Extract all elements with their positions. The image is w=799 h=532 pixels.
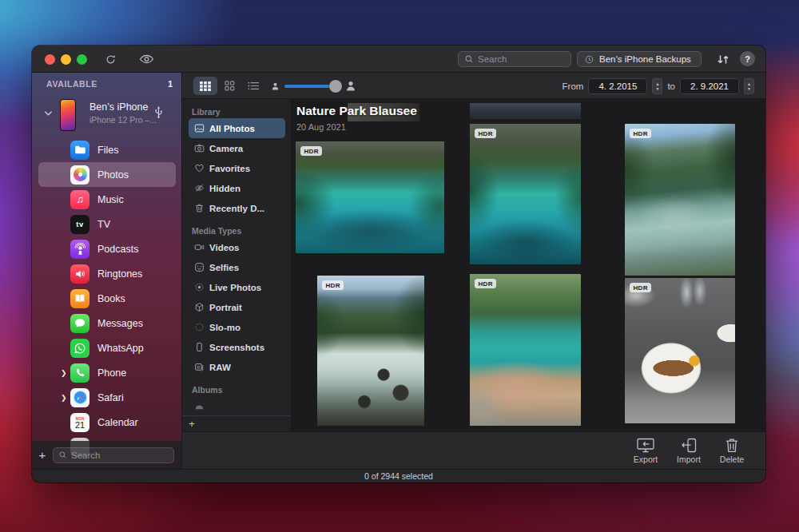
from-date-stepper[interactable]: ▲▼ bbox=[652, 78, 662, 94]
device-row[interactable]: Ben’s iPhone iPhone 12 Pro –... bbox=[32, 96, 182, 134]
selection-status: 0 of 2944 selected bbox=[364, 471, 433, 481]
device-sidebar: AVAILABLE 1 Ben’s iPhone iPhone 12 Pro –… bbox=[32, 73, 182, 469]
close-window-button[interactable] bbox=[45, 54, 55, 65]
delete-button[interactable]: Delete bbox=[716, 438, 748, 464]
sidebar-item-messages[interactable]: Messages bbox=[38, 311, 176, 335]
panel-item-recently-deleted[interactable]: Recently D... bbox=[189, 198, 285, 218]
sidebar-search-field[interactable]: Search bbox=[53, 447, 174, 463]
thumbnail-size-slider[interactable] bbox=[284, 85, 340, 88]
hdr-badge: HDR bbox=[475, 279, 496, 288]
ringtones-app-icon bbox=[70, 264, 89, 284]
content-toolbar: From 4. 2.2015 ▲▼ to 2. 9.2021 ▲▼ bbox=[182, 73, 765, 99]
sidebar-item-tv[interactable]: tv TV bbox=[38, 212, 176, 236]
sidebar-item-phone[interactable]: ❯ Phone bbox=[38, 360, 176, 385]
statusbar: 0 of 2944 selected bbox=[32, 469, 765, 482]
import-icon bbox=[681, 438, 697, 453]
photo-thumbnail-1[interactable]: HDR bbox=[296, 141, 444, 253]
zoom-window-button[interactable] bbox=[77, 54, 87, 65]
slider-thumb[interactable] bbox=[329, 80, 342, 93]
minimize-window-button[interactable] bbox=[61, 54, 71, 65]
panel-item-videos[interactable]: Videos bbox=[189, 237, 285, 257]
cube-icon bbox=[189, 302, 209, 312]
date-range-filter: From 4. 2.2015 ▲▼ to 2. 9.2021 ▲▼ bbox=[562, 73, 754, 99]
partial-photo-strip[interactable] bbox=[470, 103, 581, 119]
panel-item-hidden[interactable]: Hidden bbox=[189, 178, 285, 198]
video-icon bbox=[189, 242, 209, 252]
help-button[interactable]: ? bbox=[740, 51, 755, 66]
messages-app-icon bbox=[70, 314, 89, 333]
photos-app-icon bbox=[70, 165, 89, 185]
grid-view-button[interactable] bbox=[193, 77, 217, 95]
trash-icon bbox=[725, 438, 739, 453]
export-button[interactable]: Export bbox=[630, 438, 662, 464]
sidebar-item-safari[interactable]: ❯ Safari bbox=[38, 385, 176, 410]
thumbnail-view-button[interactable] bbox=[217, 77, 241, 95]
section-header-albums: Albums bbox=[192, 385, 291, 395]
device-name: Ben’s iPhone bbox=[89, 101, 148, 113]
podcasts-app-icon bbox=[70, 240, 89, 259]
add-album-button[interactable]: + bbox=[182, 418, 201, 430]
app-window: Search Ben’s iPhone Backups ? AVAILABLE … bbox=[32, 46, 765, 482]
backups-button[interactable]: Ben’s iPhone Backups bbox=[577, 51, 702, 67]
export-icon bbox=[636, 438, 655, 453]
sidebar-item-music[interactable]: ♫ Music bbox=[38, 187, 176, 212]
panel-item-screenshots[interactable]: Screenshots bbox=[189, 337, 285, 357]
backup-history-icon bbox=[584, 54, 594, 65]
thumbnail-view-icon bbox=[225, 81, 235, 91]
to-label: to bbox=[667, 81, 675, 91]
sidebar-footer: + Search bbox=[32, 441, 182, 469]
files-app-icon bbox=[70, 141, 89, 160]
to-date-stepper[interactable]: ▲▼ bbox=[744, 78, 754, 94]
panel-item-all-photos[interactable]: All Photos bbox=[189, 118, 285, 138]
import-button[interactable]: Import bbox=[673, 438, 705, 464]
photo-thumbnail-6[interactable]: HDR bbox=[625, 278, 735, 423]
panel-item-slo-mo[interactable]: Slo-mo bbox=[189, 317, 285, 337]
panel-item-selfies[interactable]: Selfies bbox=[189, 257, 285, 277]
add-device-button[interactable]: + bbox=[32, 448, 53, 462]
desktop: { "titlebar": { "search_placeholder": "S… bbox=[0, 0, 799, 532]
sidebar-item-ringtones[interactable]: Ringtones bbox=[38, 261, 176, 286]
panel-item-portrait[interactable]: Portrait bbox=[189, 297, 285, 317]
smiley-icon bbox=[189, 262, 209, 272]
live-photo-icon bbox=[189, 282, 209, 292]
eye-slash-icon bbox=[189, 183, 209, 193]
panel-item-partial-album[interactable] bbox=[189, 396, 285, 416]
refresh-button[interactable] bbox=[102, 52, 118, 66]
sidebar-item-books[interactable]: Books bbox=[38, 286, 176, 311]
action-toolbar: Export Import Delete bbox=[182, 431, 765, 469]
raw-icon: R bbox=[189, 362, 209, 372]
panel-item-raw[interactable]: R RAW bbox=[189, 357, 285, 377]
small-person-icon bbox=[272, 82, 279, 90]
hdr-badge: HDR bbox=[630, 283, 651, 292]
hdr-badge: HDR bbox=[475, 129, 496, 138]
heart-icon bbox=[189, 163, 209, 173]
panel-item-favorites[interactable]: Favorites bbox=[189, 158, 285, 178]
to-date-field[interactable]: 2. 9.2021 bbox=[680, 78, 739, 94]
from-date-field[interactable]: 4. 2.2015 bbox=[588, 78, 647, 94]
transfers-button[interactable] bbox=[713, 52, 733, 66]
hdr-badge: HDR bbox=[322, 280, 344, 290]
list-view-button[interactable] bbox=[241, 77, 265, 95]
quick-look-button[interactable] bbox=[138, 52, 154, 66]
photo-grid: Nature Park Blausee 20 Aug 2021 HDR HDR … bbox=[292, 99, 765, 431]
usb-connection-icon bbox=[153, 105, 164, 119]
view-mode-segment bbox=[193, 77, 265, 95]
photo-thumbnail-2[interactable]: HDR bbox=[470, 124, 581, 264]
books-app-icon bbox=[70, 289, 89, 308]
search-icon bbox=[58, 451, 67, 459]
panel-item-live-photos[interactable]: Live Photos bbox=[189, 277, 285, 297]
sidebar-item-calendar[interactable]: MON21 Calendar bbox=[38, 410, 176, 435]
titlebar-search-field[interactable]: Search bbox=[458, 51, 571, 67]
sidebar-item-podcasts[interactable]: Podcasts bbox=[38, 236, 176, 261]
sidebar-item-files[interactable]: Files bbox=[38, 137, 176, 162]
eye-icon bbox=[139, 54, 154, 65]
camera-icon bbox=[189, 143, 209, 153]
sidebar-item-photos[interactable]: Photos bbox=[38, 162, 176, 187]
photo-thumbnail-4[interactable]: HDR bbox=[317, 276, 424, 426]
photo-thumbnail-3[interactable]: HDR bbox=[625, 124, 735, 276]
sidebar-item-whatsapp[interactable]: WhatsApp bbox=[38, 335, 176, 360]
photo-thumbnail-5[interactable]: HDR bbox=[470, 274, 581, 426]
chevron-down-icon[interactable] bbox=[44, 110, 53, 117]
panel-item-camera[interactable]: Camera bbox=[189, 138, 285, 158]
safari-app-icon bbox=[70, 388, 89, 407]
